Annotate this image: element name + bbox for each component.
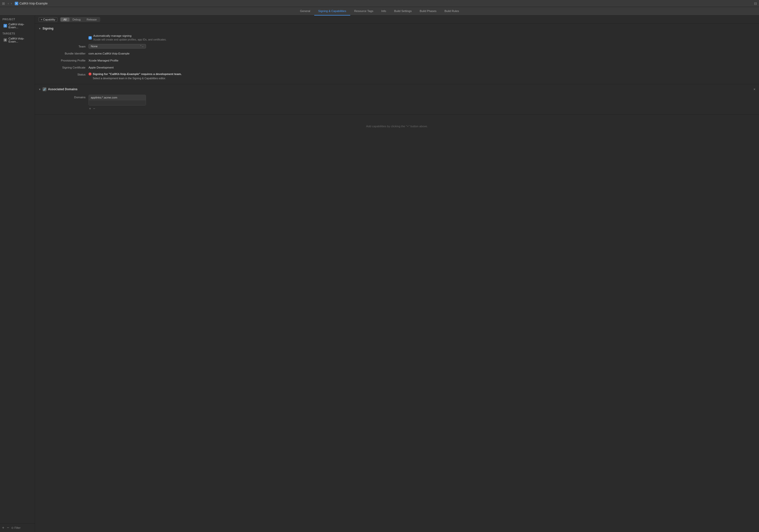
bundle-id-value: com.acme.CallKit-Voip-Example xyxy=(89,51,755,56)
file-name: CallKit-Voip-Example xyxy=(20,2,48,5)
sub-tab-debug[interactable]: Debug xyxy=(69,18,84,21)
checkbox-check-icon: ✓ xyxy=(89,36,91,39)
sub-tab-release[interactable]: Release xyxy=(84,18,100,21)
nav-arrows: ‹ › xyxy=(7,2,13,5)
content-area: + Capability All Debug Release ▼ Signing… xyxy=(35,16,759,532)
sidebar: PROJECT X CallKit-Voip-Exam... TARGETS ◎… xyxy=(0,16,35,532)
project-item-label: CallKit-Voip-Exam... xyxy=(9,23,31,29)
domains-remove-button[interactable]: − xyxy=(93,106,96,110)
status-error-icon: ! xyxy=(89,72,92,75)
sidebar-target-item[interactable]: ◎ CallKit-Voip-Exam... xyxy=(1,36,34,44)
prov-profile-value: Xcode Managed Profile xyxy=(89,58,755,63)
auto-sign-row: ✓ Automatically manage signing Xcode wil… xyxy=(35,33,759,43)
domain-entry[interactable]: applinks:*.acme.com xyxy=(89,95,146,100)
sub-tab-all[interactable]: All xyxy=(60,18,69,21)
tab-info[interactable]: Info xyxy=(377,7,390,16)
tab-signing[interactable]: Signing & Capabilities xyxy=(314,7,350,16)
sidebar-bottom: + − ⊙ Filter xyxy=(0,523,35,532)
targets-section-label: TARGETS xyxy=(0,30,35,36)
tab-build-settings[interactable]: Build Settings xyxy=(390,7,416,16)
sub-tab-bar: + Capability All Debug Release xyxy=(35,16,759,24)
toolbar-toggle[interactable]: ⊟ xyxy=(754,2,757,6)
sign-cert-value: Apple Development xyxy=(89,65,755,70)
target-item-label: CallKit-Voip-Exam... xyxy=(9,37,31,43)
status-row: Status ! Signing for "CallKit-Voip-Examp… xyxy=(35,71,759,81)
dropdown-arrow-icon: ⌃⌄ xyxy=(140,45,144,48)
assoc-section-title: Associated Domains xyxy=(48,88,77,91)
filter-circle-icon: ⊙ xyxy=(11,526,14,529)
signing-section: ▼ Signing ✓ Automatically manage signing… xyxy=(35,24,759,84)
team-label: Team xyxy=(38,44,89,49)
auto-sign-sublabel: Xcode will create and update profiles, a… xyxy=(93,38,167,42)
assoc-domain-icon: 🔗 xyxy=(43,87,47,91)
domain-empty-row xyxy=(89,100,146,105)
assoc-collapse-icon[interactable]: ▼ xyxy=(38,88,41,91)
tab-build-rules[interactable]: Build Rules xyxy=(441,7,463,16)
sidebar-filter[interactable]: ⊙ Filter xyxy=(11,526,20,529)
team-row: Team None ⌃⌄ xyxy=(35,43,759,50)
title-bar-file: X CallKit-Voip-Example xyxy=(15,2,48,5)
add-capability-button[interactable]: + Capability xyxy=(38,17,58,22)
domains-row: Domains applinks:*.acme.com + − xyxy=(35,94,759,111)
bundle-id-row: Bundle Identifier com.acme.CallKit-Voip-… xyxy=(35,50,759,57)
file-icon: X xyxy=(15,2,18,5)
sidebar-project-item[interactable]: X CallKit-Voip-Exam... xyxy=(1,22,34,30)
top-tab-bar: General Signing & Capabilities Resource … xyxy=(0,7,759,16)
status-label: Status xyxy=(38,72,89,77)
auto-sign-desc: Automatically manage signing Xcode will … xyxy=(93,34,167,42)
forward-button[interactable]: › xyxy=(10,2,13,5)
sign-cert-label: Signing Certificate xyxy=(38,65,89,70)
team-value: None xyxy=(91,45,98,48)
main-layout: PROJECT X CallKit-Voip-Exam... TARGETS ◎… xyxy=(0,16,759,532)
domains-table: applinks:*.acme.com xyxy=(89,95,146,105)
bundle-id-label: Bundle Identifier xyxy=(38,51,89,56)
sidebar-add-button[interactable]: + xyxy=(2,525,5,530)
target-icon: ◎ xyxy=(4,38,7,42)
auto-sign-checkbox[interactable]: ✓ xyxy=(89,36,92,39)
status-error-line: ! Signing for "CallKit-Voip-Example" req… xyxy=(89,72,755,76)
project-file-icon: X xyxy=(4,24,7,27)
domains-content: applinks:*.acme.com + − xyxy=(89,95,146,110)
domains-actions: + − xyxy=(89,106,146,110)
content-scroll[interactable]: ▼ Signing ✓ Automatically manage signing… xyxy=(35,24,759,532)
status-content: ! Signing for "CallKit-Voip-Example" req… xyxy=(89,72,755,80)
status-error-text: Signing for "CallKit-Voip-Example" requi… xyxy=(93,72,182,76)
back-button[interactable]: ‹ xyxy=(7,2,10,5)
sidebar-remove-button[interactable]: − xyxy=(6,525,10,530)
prov-profile-row: Provisioning Profile Xcode Managed Profi… xyxy=(35,57,759,64)
team-dropdown[interactable]: None ⌃⌄ xyxy=(89,44,146,49)
add-capability-label: + Capability xyxy=(41,18,55,21)
auto-sign-label: Automatically manage signing xyxy=(93,34,167,37)
grid-icon[interactable]: ⊞ xyxy=(2,2,5,6)
domains-add-button[interactable]: + xyxy=(89,106,92,110)
tab-resource-tags[interactable]: Resource Tags xyxy=(350,7,378,16)
sub-tab-group: All Debug Release xyxy=(60,17,100,22)
domains-label: Domains xyxy=(38,95,89,100)
tab-build-phases[interactable]: Build Phases xyxy=(416,7,441,16)
project-section-label: PROJECT xyxy=(0,16,35,22)
empty-state-message: Add capabilities by clicking the "+" but… xyxy=(366,125,428,128)
assoc-section-header: ▼ 🔗 Associated Domains × xyxy=(35,87,759,94)
empty-state: Add capabilities by clicking the "+" but… xyxy=(35,115,759,138)
signing-section-title: Signing xyxy=(43,27,54,30)
assoc-close-button[interactable]: × xyxy=(753,87,755,91)
prov-profile-label: Provisioning Profile xyxy=(38,58,89,63)
signing-collapse-icon[interactable]: ▼ xyxy=(38,27,41,30)
associated-domains-section: ▼ 🔗 Associated Domains × Domains applink… xyxy=(35,84,759,115)
status-error-sub: Select a development team in the Signing… xyxy=(89,76,755,80)
title-bar: ⊞ ‹ › X CallKit-Voip-Example ⊟ xyxy=(0,0,759,7)
sign-cert-row: Signing Certificate Apple Development xyxy=(35,64,759,71)
filter-label: Filter xyxy=(15,526,20,529)
tab-general[interactable]: General xyxy=(296,7,314,16)
signing-section-header: ▼ Signing xyxy=(35,27,759,33)
